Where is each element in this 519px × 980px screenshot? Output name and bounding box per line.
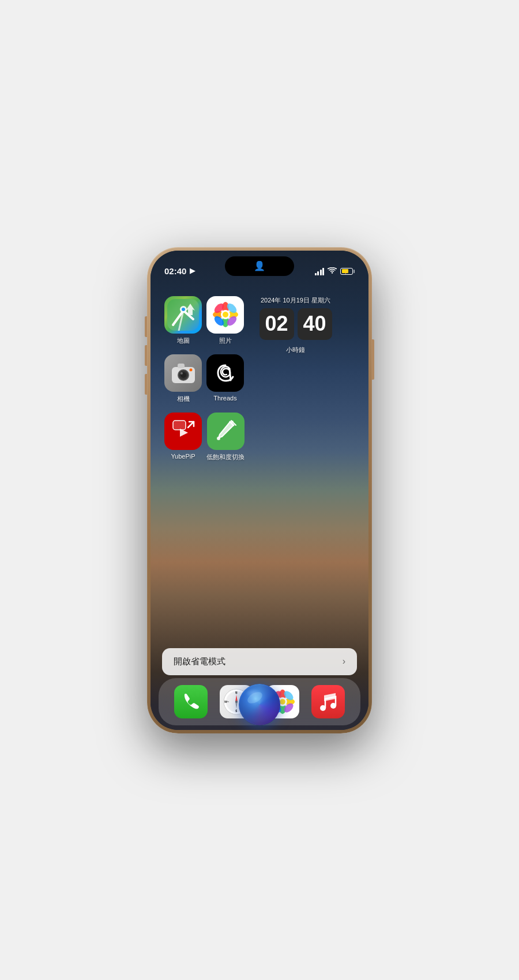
- phone-screen: 👤 02:40 ▶: [151, 251, 368, 730]
- app-yubepip[interactable]: YubePiP: [162, 408, 204, 466]
- time-display: 02:40: [164, 266, 186, 276]
- status-icons-group: ⚡: [315, 267, 355, 276]
- status-time-group: 02:40 ▶: [164, 266, 195, 276]
- camera-label: 相機: [177, 395, 190, 403]
- clock-minute-block: 40: [298, 308, 332, 340]
- dynamic-island: 👤: [225, 256, 294, 276]
- photos-label: 照片: [219, 336, 232, 345]
- home-content: 地圖: [151, 283, 368, 730]
- clock-date: 2024年 10月19日 星期六: [261, 296, 330, 305]
- power-saver-text: 開啟省電模式: [174, 656, 225, 667]
- app-row-2: 相機: [162, 350, 246, 408]
- clock-hour: 02: [265, 312, 288, 336]
- svg-point-24: [231, 421, 234, 423]
- signal-icon: [315, 267, 325, 275]
- clock-widget[interactable]: 2024年 10月19日 星期六 02 40 小時鐘: [246, 292, 345, 359]
- svg-point-20: [189, 369, 192, 372]
- clock-minute: 40: [303, 312, 326, 336]
- app-row-3: YubePiP: [162, 408, 357, 466]
- app-saturation[interactable]: 低飽和度切換: [204, 408, 247, 466]
- battery-icon: ⚡: [340, 268, 355, 275]
- wifi-icon: [328, 267, 337, 276]
- threads-label: Threads: [213, 395, 236, 402]
- clock-digits-row: 02 40: [260, 308, 332, 340]
- phone-frame: 👤 02:40 ▶: [147, 247, 372, 733]
- clock-widget-label: 小時鐘: [286, 346, 305, 354]
- svg-point-51: [240, 685, 279, 724]
- yubepip-label: YubePiP: [171, 453, 195, 460]
- app-photos[interactable]: 照片: [204, 292, 246, 350]
- island-face-icon: 👤: [254, 260, 265, 271]
- svg-point-23: [217, 437, 220, 440]
- saturation-label: 低飽和度切換: [206, 453, 245, 461]
- app-rows-with-widget: 地圖: [162, 292, 357, 408]
- svg-point-13: [223, 312, 228, 317]
- svg-rect-15: [178, 364, 185, 368]
- svg-point-19: [180, 372, 183, 374]
- app-row-1: 地圖: [162, 292, 246, 350]
- svg-rect-21: [173, 421, 186, 430]
- app-maps[interactable]: 地圖: [162, 292, 204, 350]
- clock-hour-block: 02: [260, 308, 294, 340]
- siri-dock[interactable]: [239, 684, 280, 725]
- app-camera[interactable]: 相機: [162, 350, 204, 408]
- app-left-cols: 地圖: [162, 292, 246, 408]
- siri-ball[interactable]: [239, 684, 280, 725]
- svg-point-2: [182, 308, 185, 311]
- location-icon: ▶: [190, 267, 195, 275]
- app-threads[interactable]: Threads: [204, 350, 246, 408]
- power-saver-arrow: ›: [343, 656, 345, 667]
- maps-label: 地圖: [177, 336, 190, 345]
- power-saver-banner[interactable]: 開啟省電模式 ›: [162, 648, 357, 675]
